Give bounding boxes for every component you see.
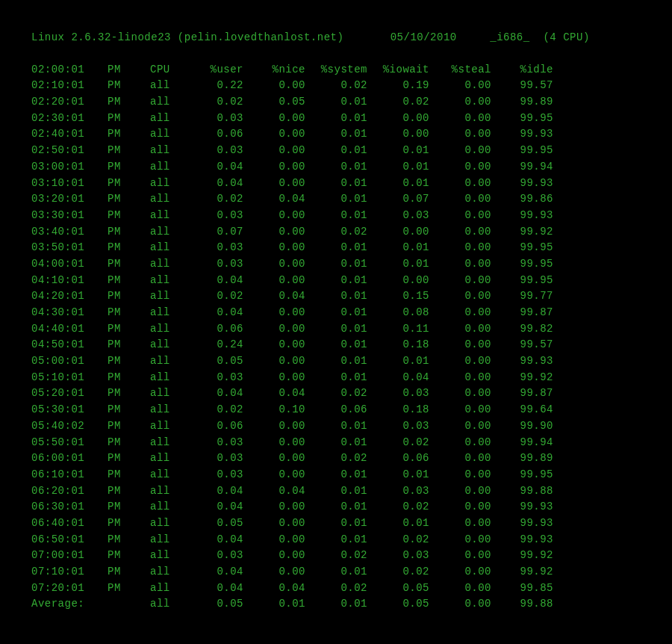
cell-nice: 0.00 <box>243 451 305 467</box>
cell-steal: 0.00 <box>429 483 491 500</box>
cell-idle: 99.82 <box>491 321 553 338</box>
cell-period: PM <box>108 159 150 176</box>
cell-system: 0.01 <box>305 370 367 386</box>
cell-cpu: all <box>150 548 181 564</box>
cell-nice: 0.10 <box>243 402 305 418</box>
hostname: (pelin.lovedthanlost.net) <box>178 31 344 43</box>
cell-system: 0.02 <box>305 78 367 94</box>
cell-time: 04:40:01 <box>31 321 108 338</box>
cell-steal: 0.00 <box>429 273 491 289</box>
cell-period: PM <box>108 499 150 515</box>
cell-system: 0.02 <box>305 580 367 597</box>
table-row: 04:50:01PMall0.240.000.010.180.0099.57 <box>31 337 641 353</box>
cell-cpu: all <box>150 288 181 305</box>
cell-iowait: 0.00 <box>367 273 429 289</box>
col-heading-system: %system <box>305 62 367 78</box>
average-cpu: all <box>150 596 181 613</box>
cell-system: 0.01 <box>305 305 367 321</box>
cell-system: 0.01 <box>305 143 367 159</box>
cell-time: 02:10:01 <box>31 78 108 94</box>
cell-idle: 99.95 <box>491 111 553 127</box>
cell-nice: 0.00 <box>243 548 305 564</box>
cell-idle: 99.86 <box>491 191 553 208</box>
cell-steal: 0.00 <box>429 159 491 176</box>
cell-iowait: 0.01 <box>367 176 429 192</box>
cell-steal: 0.00 <box>429 386 491 402</box>
cell-time: 02:30:01 <box>31 111 108 127</box>
cell-cpu: all <box>150 111 181 127</box>
cell-steal: 0.00 <box>429 435 491 451</box>
cell-time: 06:00:01 <box>31 451 108 467</box>
cell-nice: 0.04 <box>243 483 305 500</box>
table-row: 06:10:01PMall0.030.000.010.010.0099.95 <box>31 467 641 483</box>
cell-iowait: 0.01 <box>367 143 429 159</box>
cell-iowait: 0.01 <box>367 353 429 370</box>
table-row: 02:30:01PMall0.030.000.010.000.0099.95 <box>31 111 641 127</box>
cell-cpu: all <box>150 402 181 418</box>
cell-time: 07:20:01 <box>31 580 108 597</box>
cell-iowait: 0.01 <box>367 159 429 176</box>
cpu-count: (4 CPU) <box>543 31 589 43</box>
cell-system: 0.02 <box>305 224 367 241</box>
cell-iowait: 0.11 <box>367 321 429 338</box>
cell-cpu: all <box>150 435 181 451</box>
cell-nice: 0.00 <box>243 159 305 176</box>
cell-time: 03:50:01 <box>31 240 108 256</box>
cell-nice: 0.00 <box>243 321 305 338</box>
cell-system: 0.01 <box>305 483 367 500</box>
cell-system: 0.01 <box>305 321 367 338</box>
cell-user: 0.04 <box>181 532 243 548</box>
cell-iowait: 0.03 <box>367 386 429 402</box>
cell-idle: 99.95 <box>491 143 553 159</box>
cell-steal: 0.00 <box>429 305 491 321</box>
cell-user: 0.02 <box>181 94 243 111</box>
cell-user: 0.03 <box>181 111 243 127</box>
cell-iowait: 0.03 <box>367 208 429 224</box>
cell-nice: 0.00 <box>243 126 305 143</box>
average-row: Average: all 0.05 0.01 0.01 0.05 0.00 99… <box>31 596 641 613</box>
cell-steal: 0.00 <box>429 143 491 159</box>
cell-user: 0.03 <box>181 467 243 483</box>
cell-time: 03:20:01 <box>31 191 108 208</box>
average-system: 0.01 <box>305 596 367 613</box>
cell-system: 0.01 <box>305 418 367 435</box>
cell-user: 0.04 <box>181 305 243 321</box>
cell-system: 0.02 <box>305 548 367 564</box>
cell-period: PM <box>108 191 150 208</box>
cell-time: 02:50:01 <box>31 143 108 159</box>
cell-user: 0.02 <box>181 288 243 305</box>
cell-idle: 99.93 <box>491 126 553 143</box>
cell-user: 0.03 <box>181 435 243 451</box>
cell-iowait: 0.00 <box>367 126 429 143</box>
cell-system: 0.01 <box>305 353 367 370</box>
cell-user: 0.06 <box>181 321 243 338</box>
cell-user: 0.22 <box>181 78 243 94</box>
average-idle: 99.88 <box>491 596 553 613</box>
cell-nice: 0.00 <box>243 305 305 321</box>
table-row: 05:30:01PMall0.020.100.060.180.0099.64 <box>31 402 641 418</box>
cell-cpu: all <box>150 143 181 159</box>
cell-steal: 0.00 <box>429 126 491 143</box>
table-row: 02:10:01PMall0.220.000.020.190.0099.57 <box>31 78 641 94</box>
cell-period: PM <box>108 451 150 467</box>
cell-time: 05:00:01 <box>31 353 108 370</box>
table-row: 02:40:01PMall0.060.000.010.000.0099.93 <box>31 126 641 143</box>
cell-user: 0.03 <box>181 370 243 386</box>
cell-user: 0.04 <box>181 273 243 289</box>
cell-iowait: 0.01 <box>367 467 429 483</box>
cell-nice: 0.00 <box>243 499 305 515</box>
cell-user: 0.02 <box>181 191 243 208</box>
cell-nice: 0.00 <box>243 176 305 192</box>
cell-idle: 99.89 <box>491 451 553 467</box>
table-row: 05:00:01PMall0.050.000.010.010.0099.93 <box>31 353 641 370</box>
cell-time: 04:20:01 <box>31 288 108 305</box>
cell-nice: 0.00 <box>243 337 305 353</box>
cell-time: 07:10:01 <box>31 564 108 580</box>
cell-time: 05:10:01 <box>31 370 108 386</box>
cell-iowait: 0.02 <box>367 564 429 580</box>
cell-iowait: 0.08 <box>367 305 429 321</box>
cell-iowait: 0.02 <box>367 94 429 111</box>
cell-iowait: 0.03 <box>367 483 429 500</box>
system-header: Linux 2.6.32-linode23 (pelin.lovedthanlo… <box>31 30 641 46</box>
cell-user: 0.04 <box>181 176 243 192</box>
